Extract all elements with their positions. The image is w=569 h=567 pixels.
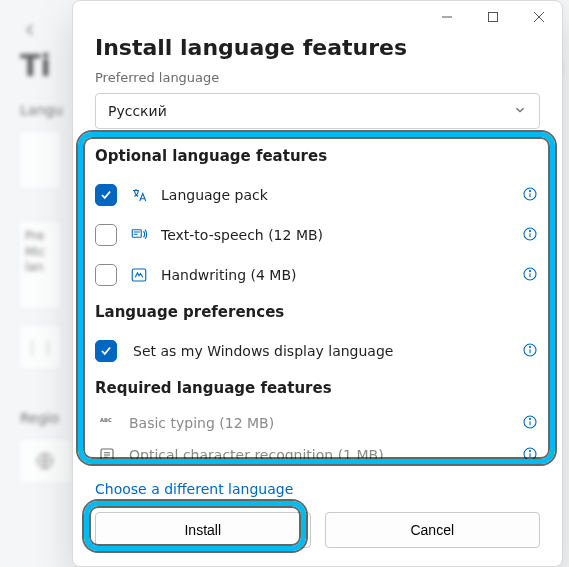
language-pack-icon [129, 185, 149, 205]
window-titlebar [73, 1, 562, 33]
bg-section-label: Regio [20, 410, 59, 426]
handwriting-icon [129, 265, 149, 285]
info-icon[interactable] [522, 186, 540, 204]
install-button[interactable]: Install [95, 512, 311, 548]
svg-point-15 [529, 270, 530, 271]
feature-row-tts: Text-to-speech (12 MB) [95, 215, 540, 255]
svg-rect-8 [132, 230, 141, 238]
chevron-down-icon [513, 103, 527, 120]
checkbox-display-language[interactable] [95, 340, 117, 362]
ocr-icon [97, 445, 117, 465]
info-icon[interactable] [522, 342, 540, 360]
info-icon[interactable] [522, 266, 540, 284]
svg-rect-2 [489, 13, 498, 22]
cancel-button[interactable]: Cancel [325, 512, 541, 548]
svg-point-26 [529, 450, 530, 451]
feature-label: Set as my Windows display language [133, 343, 510, 359]
bg-title-fragment: Ti [20, 48, 51, 83]
feature-label: Language pack [161, 187, 510, 203]
minimize-button[interactable] [424, 1, 470, 33]
bg-card: Pre Mic lan [18, 220, 62, 310]
section-optional-title: Optional language features [95, 147, 540, 165]
dialog-title: Install language features [95, 35, 540, 60]
bg-section-label: Langu [20, 102, 63, 118]
install-language-dialog: Install language features Preferred lang… [72, 0, 563, 567]
checkbox-language-pack[interactable] [95, 184, 117, 206]
section-prefs-title: Language preferences [95, 303, 540, 321]
bg-card [18, 130, 62, 190]
maximize-button[interactable] [470, 1, 516, 33]
feature-row-basic-typing: ABC Basic typing (12 MB) [95, 407, 540, 439]
checkbox-handwriting[interactable] [95, 264, 117, 286]
svg-point-7 [529, 190, 530, 191]
feature-row-ocr: Optical character recognition (1 MB) [95, 439, 540, 471]
back-arrow-icon [20, 20, 40, 44]
feature-label: Handwriting (4 MB) [161, 267, 510, 283]
section-required-title: Required language features [95, 379, 540, 397]
bg-card [18, 438, 72, 484]
feature-label: Text-to-speech (12 MB) [161, 227, 510, 243]
basic-typing-icon: ABC [97, 413, 117, 433]
language-dropdown[interactable]: Русский [95, 93, 540, 129]
preferred-language-label: Preferred language [95, 70, 540, 85]
feature-row-language-pack: Language pack [95, 175, 540, 215]
close-button[interactable] [516, 1, 562, 33]
bg-card: ⋮⋮ [18, 324, 62, 370]
tts-icon [129, 225, 149, 245]
info-icon[interactable] [522, 446, 540, 464]
feature-row-display-language: Set as my Windows display language [95, 331, 540, 371]
info-icon[interactable] [522, 226, 540, 244]
svg-text:ABC: ABC [100, 417, 112, 423]
svg-point-22 [529, 418, 530, 419]
checkbox-tts[interactable] [95, 224, 117, 246]
choose-different-language-link[interactable]: Choose a different language [95, 481, 293, 497]
svg-point-11 [529, 230, 530, 231]
feature-row-handwriting: Handwriting (4 MB) [95, 255, 540, 295]
dropdown-value: Русский [108, 103, 167, 119]
feature-label: Basic typing (12 MB) [129, 415, 510, 431]
dialog-footer: Install Cancel [73, 502, 562, 566]
info-icon[interactable] [522, 414, 540, 432]
svg-point-18 [529, 346, 530, 347]
feature-label: Optical character recognition (1 MB) [129, 447, 510, 463]
